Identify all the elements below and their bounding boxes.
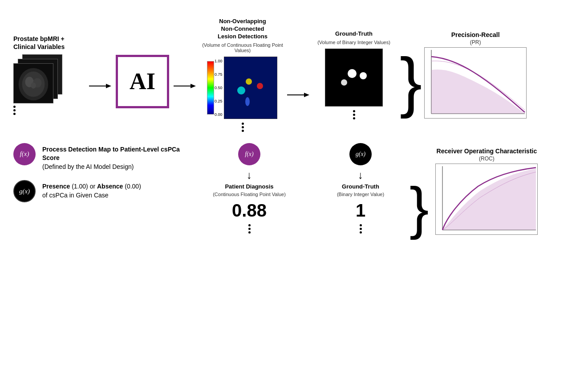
legend-fx: f(x) Process Detection Map to Patient-Le… xyxy=(13,143,182,172)
pr-chart-container: Precision-Recall (PR) xyxy=(424,31,527,119)
main-container: Prostate bpMRI + Clinical Variables xyxy=(0,0,588,373)
gx-icon-text: g(x) xyxy=(19,188,30,195)
gx-legend-text: Presence (1.00) or Absence (0.00) of csP… xyxy=(42,180,141,200)
svg-point-24 xyxy=(245,97,250,106)
mri-images xyxy=(13,54,62,103)
patient-diagnosis-value: 0.88 xyxy=(232,201,267,221)
mri-label-line2: Clinical Variables xyxy=(13,43,65,50)
detection-col: Non-Overlapping Non-Connected Lesion Det… xyxy=(200,18,285,132)
fx-circle: f(x) xyxy=(238,143,260,165)
arrow-detection-to-gt xyxy=(287,88,309,102)
roc-chart-container: Receiver Operating Characteristic (ROC) xyxy=(435,148,538,235)
gt-top-cube xyxy=(325,49,383,107)
detection-title: Non-Overlapping Non-Connected Lesion Det… xyxy=(218,18,268,41)
gx-text-rest: of csPCa in Given Case xyxy=(42,192,109,199)
fx-legend-icon: f(x) xyxy=(13,143,36,165)
cb-label-050: 0.50 xyxy=(215,86,223,90)
roc-chart-box xyxy=(435,164,538,235)
curly-brace-bottom: } xyxy=(410,179,429,237)
detection-volume: 1.00 0.75 0.50 0.25 0.00 xyxy=(207,57,278,119)
colorbar-labels: 1.00 0.75 0.50 0.25 0.00 xyxy=(215,59,223,117)
gt-bottom-value: 1 xyxy=(356,201,365,221)
legend-col: f(x) Process Detection Map to Patient-Le… xyxy=(13,143,182,203)
down-arrow-fx: ↓ xyxy=(247,169,252,181)
svg-marker-17 xyxy=(106,84,111,88)
gx-arrow-area: g(x) ↓ xyxy=(349,143,372,183)
svg-point-23 xyxy=(257,83,263,89)
fx-circle-text: f(x) xyxy=(245,151,253,158)
gt-top-dots xyxy=(353,110,355,119)
arrow-mri-to-ai xyxy=(89,79,111,93)
mri-label: Prostate bpMRI + Clinical Variables xyxy=(13,35,65,51)
top-row: Prostate bpMRI + Clinical Variables xyxy=(13,18,575,132)
curly-brace-top: } xyxy=(400,48,422,115)
gt-bottom-dots xyxy=(360,224,362,234)
fx-legend-text: Process Detection Map to Patient-Level c… xyxy=(42,143,182,172)
pr-chart-box xyxy=(424,47,527,119)
pr-chart-title: Precision-Recall xyxy=(451,31,500,38)
roc-chart-title: Receiver Operating Characteristic xyxy=(437,148,537,155)
gt-bottom-sublabel: (Binary Integer Value) xyxy=(337,192,384,197)
gx-text-presence: Presence xyxy=(42,183,70,190)
roc-title-text: Receiver Operating Characteristic xyxy=(437,148,537,155)
mri-stack: Prostate bpMRI + Clinical Variables xyxy=(13,35,85,115)
svg-marker-26 xyxy=(304,93,309,97)
gx-circle-text: g(x) xyxy=(356,151,366,158)
mri-label-line1: Prostate bpMRI + xyxy=(13,35,65,42)
mri-dots xyxy=(13,106,16,115)
gx-paren1: (1.00) or xyxy=(70,183,97,190)
detection-sublabel: (Volume of Continuous Floating Point Val… xyxy=(200,42,285,53)
ai-label: AI xyxy=(130,68,155,94)
fx-text-sub: (Defined by the AI Model Design) xyxy=(42,163,134,170)
fx-icon-text: f(x) xyxy=(20,150,29,158)
detection-title-l2: Non-Connected xyxy=(221,25,264,32)
svg-point-15 xyxy=(31,82,36,89)
gt-top-sublabel: (Volume of Binary Integer Values) xyxy=(317,40,390,45)
cb-label-000: 0.00 xyxy=(215,112,223,117)
svg-point-22 xyxy=(237,86,245,94)
ai-box: AI xyxy=(116,55,169,108)
detection-cube xyxy=(224,57,277,119)
gt-top-title: Ground-Truth xyxy=(335,30,373,38)
legend-gx: g(x) Presence (1.00) or Absence (0.00) o… xyxy=(13,180,182,202)
colorbar xyxy=(207,61,214,115)
cb-label-075: 0.75 xyxy=(215,72,223,77)
svg-point-29 xyxy=(360,72,367,79)
diagnosis-dots xyxy=(248,224,251,234)
bottom-center-area: f(x) ↓ Patient Diagnosis (Continuous Flo… xyxy=(207,143,538,237)
cb-label-100: 1.00 xyxy=(215,59,223,63)
detection-title-l1: Non-Overlapping xyxy=(219,18,266,25)
mri-img-front xyxy=(13,63,53,103)
svg-point-30 xyxy=(341,79,347,86)
charts-col: Precision-Recall (PR) xyxy=(424,31,527,119)
svg-rect-27 xyxy=(325,49,383,107)
fx-arrow-area: f(x) ↓ xyxy=(238,143,260,183)
detection-dots xyxy=(242,123,244,132)
gx-legend-icon: g(x) xyxy=(13,180,36,202)
svg-rect-20 xyxy=(224,57,277,119)
ai-box-container: AI xyxy=(116,55,169,108)
ground-truth-bottom-col: g(x) ↓ Ground-Truth (Binary Integer Valu… xyxy=(318,143,403,234)
gx-circle: g(x) xyxy=(349,143,372,165)
gt-bottom-label: Ground-Truth xyxy=(342,183,379,191)
down-arrow-gx: ↓ xyxy=(358,169,363,181)
svg-point-28 xyxy=(348,69,357,78)
patient-diagnosis-label: Patient Diagnosis xyxy=(225,183,273,191)
detection-title-l3: Lesion Detections xyxy=(218,33,268,40)
roc-chart-subtitle: (ROC) xyxy=(479,156,495,162)
patient-diagnosis-col: f(x) ↓ Patient Diagnosis (Continuous Flo… xyxy=(207,143,292,234)
patient-diagnosis-sublabel: (Continuous Floating Point Value) xyxy=(213,192,286,197)
bottom-row: f(x) Process Detection Map to Patient-Le… xyxy=(13,143,575,237)
svg-point-21 xyxy=(246,78,252,85)
arrow-ai-to-detection xyxy=(174,79,196,93)
cb-label-025: 0.25 xyxy=(215,99,223,103)
pr-chart-subtitle: (PR) xyxy=(470,39,481,45)
fx-text-bold: Process Detection Map to Patient-Level c… xyxy=(42,146,180,162)
gx-paren2: (0.00) xyxy=(123,183,141,190)
svg-marker-19 xyxy=(191,84,196,88)
gt-col-top: Ground-Truth (Volume of Binary Integer V… xyxy=(312,30,396,119)
gx-text-absence: Absence xyxy=(97,183,123,190)
